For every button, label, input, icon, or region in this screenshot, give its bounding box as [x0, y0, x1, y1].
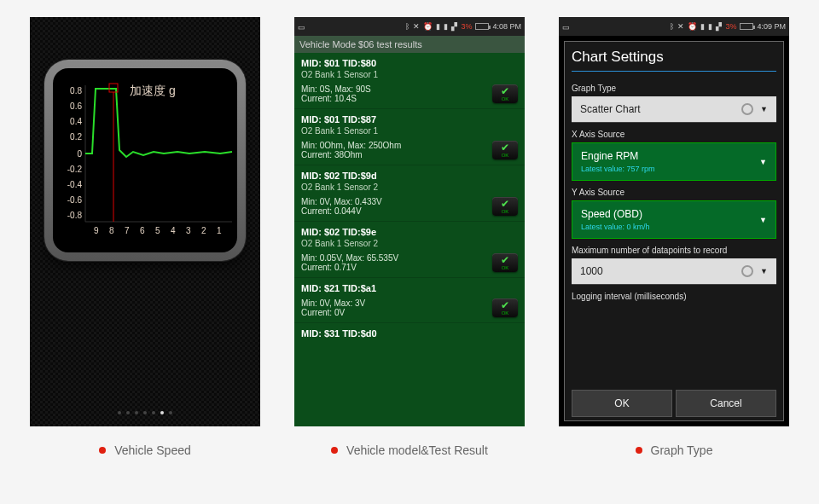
test-mid: MID: $01 TID:$87: [301, 114, 518, 125]
graph-type-value: Scatter Chart: [580, 103, 641, 115]
chart-line: [85, 89, 232, 157]
test-value-row: Min: 0Ohm, Max: 250Ohm Current: 38Ohm ✔O…: [294, 137, 525, 165]
test-sub: O2 Bank 1 Sensor 1: [301, 70, 518, 79]
check-icon: ✔: [501, 86, 509, 96]
test-current: Current: 38Ohm: [301, 150, 401, 159]
bullet-icon: [331, 447, 338, 454]
chevron-down-icon: ▼: [760, 105, 768, 113]
battery-icon: [740, 23, 753, 30]
test-value-row: Min: 0S, Max: 90S Current: 10.4S ✔OK: [294, 81, 525, 109]
bluetooth-icon: ᛒ: [670, 22, 674, 31]
radio-icon: [741, 103, 753, 115]
svg-text:3: 3: [186, 226, 191, 235]
list-title: Vehicle Mode $06 test results: [294, 36, 525, 53]
svg-text:-0.8: -0.8: [67, 211, 83, 220]
test-entry: MID: $21 TID:$a1: [294, 278, 525, 295]
cancel-button[interactable]: Cancel: [676, 390, 776, 417]
svg-text:8: 8: [109, 226, 114, 235]
x-axis-latest: Latest value: 757 rpm: [581, 165, 655, 173]
test-minmax: Min: 0Ohm, Max: 250Ohm: [301, 141, 401, 150]
graph-type-select[interactable]: Scatter Chart ▼: [572, 96, 776, 123]
svg-text:5: 5: [155, 226, 160, 235]
test-minmax: Min: 0.05V, Max: 65.535V: [301, 253, 398, 263]
test-current: Current: 10.4S: [301, 94, 371, 103]
svg-text:9: 9: [94, 226, 99, 235]
result-ok-button[interactable]: ✔OK: [492, 197, 518, 216]
y-axis-select[interactable]: Speed (OBD) Latest value: 0 km/h ▼: [572, 200, 776, 239]
test-mid: MID: $02 TID:$9e: [301, 227, 518, 237]
interval-label: Logging interval (milliseconds): [572, 292, 776, 301]
svg-text:0.8: 0.8: [70, 86, 82, 96]
svg-text:-0.6: -0.6: [67, 195, 83, 205]
chart-settings-dialog: Chart Settings Graph Type Scatter Chart …: [564, 41, 784, 421]
test-sub: O2 Bank 1 Sensor 1: [301, 126, 518, 136]
y-axis-ticks: 0.8 0.6 0.4 0.2 0 -0.2 -0.4 -0.6 -0.8: [67, 86, 83, 220]
x-axis-select[interactable]: Engine RPM Latest value: 757 rpm ▼: [572, 142, 776, 181]
test-value-row: Min: 0V, Max: 0.433V Current: 0.044V ✔OK: [294, 194, 525, 222]
result-ok-button[interactable]: ✔OK: [492, 141, 518, 159]
max-points-value: 1000: [580, 265, 603, 277]
battery-icon: [475, 23, 489, 30]
signal-icon: ▮: [436, 22, 440, 31]
test-entry: MID: $02 TID:$9d O2 Bank 1 Sensor 2: [294, 165, 525, 194]
chevron-down-icon: ▼: [760, 267, 768, 275]
caption-3: Graph Type: [559, 443, 789, 457]
chart-frame: 加速度 g 0.8 0.6 0.4 0.2 0 -0.2 -0.4: [44, 60, 246, 261]
dialog-title: Chart Settings: [572, 49, 776, 72]
svg-text:7: 7: [125, 226, 130, 235]
sim-icon: ▭: [562, 23, 569, 30]
signal-icon: ▮: [708, 22, 712, 31]
test-entry: MID: $01 TID:$80 O2 Bank 1 Sensor 1: [294, 53, 525, 81]
test-sub: O2 Bank 1 Sensor 2: [301, 182, 518, 192]
signal-bars-icon: ▞: [716, 22, 722, 31]
max-points-select[interactable]: 1000 ▼: [572, 258, 776, 285]
test-mid: MID: $02 TID:$9d: [301, 171, 518, 181]
battery-pct: 3%: [725, 22, 736, 31]
phone-test-results: ▭ ᛒ ✕ ⏰ ▮ ▮ ▞ 3% 4:08 PM Vehicle Mode $0…: [294, 17, 525, 426]
phone-vehicle-speed: 加速度 g 0.8 0.6 0.4 0.2 0 -0.2 -0.4: [30, 17, 260, 426]
result-ok-button[interactable]: ✔OK: [492, 84, 518, 103]
test-value-row: Min: 0V, Max: 3V Current: 0V ✔OK: [294, 295, 525, 323]
caption-1: Vehicle Speed: [30, 443, 260, 457]
test-minmax: Min: 0V, Max: 3V: [301, 298, 365, 308]
test-entry: MID: $02 TID:$9e O2 Bank 1 Sensor 2: [294, 222, 525, 250]
test-value-row: Min: 0.05V, Max: 65.535V Current: 0.71V …: [294, 250, 525, 278]
radio-icon: [741, 265, 753, 277]
bullet-icon: [99, 447, 106, 454]
line-chart: 加速度 g 0.8 0.6 0.4 0.2 0 -0.2 -0.4: [53, 68, 237, 252]
signal-bars-icon: ▞: [451, 22, 457, 31]
max-points-label: Maximum number of datapoints to record: [572, 246, 776, 255]
x-axis-ticks: 9 8 7 6 5 4 3 2 1: [94, 226, 222, 235]
ok-button[interactable]: OK: [572, 390, 672, 417]
check-icon: ✔: [501, 142, 509, 153]
bullet-icon: [636, 447, 642, 454]
test-current: Current: 0.044V: [301, 206, 382, 216]
signal-icon: ▮: [700, 22, 705, 31]
check-icon: ✔: [501, 255, 509, 265]
chevron-down-icon: ▼: [759, 158, 767, 166]
test-current: Current: 0V: [301, 308, 365, 317]
check-icon: ✔: [501, 300, 509, 310]
check-icon: ✔: [501, 199, 509, 209]
signal-icon: ▮: [444, 22, 448, 31]
alarm-icon: ⏰: [423, 22, 433, 31]
test-mid: MID: $21 TID:$a1: [301, 283, 518, 293]
test-results-list[interactable]: MID: $01 TID:$80 O2 Bank 1 Sensor 1 Min:…: [294, 53, 525, 426]
result-ok-button[interactable]: ✔OK: [492, 253, 518, 272]
clock: 4:09 PM: [757, 22, 786, 31]
test-minmax: Min: 0S, Max: 90S: [301, 84, 371, 94]
graph-type-label: Graph Type: [572, 84, 776, 93]
chart-title: 加速度 g: [130, 84, 176, 99]
result-ok-button[interactable]: ✔OK: [492, 298, 518, 317]
y-axis-latest: Latest value: 0 km/h: [581, 223, 650, 231]
y-axis-label: Y Axis Source: [572, 188, 776, 197]
chevron-down-icon: ▼: [759, 216, 767, 224]
test-current: Current: 0.71V: [301, 263, 398, 272]
svg-text:0.6: 0.6: [70, 101, 82, 111]
test-entry: MID: $01 TID:$87 O2 Bank 1 Sensor 1: [294, 109, 525, 137]
statusbar: ▭ ᛒ ✕ ⏰ ▮ ▮ ▞ 3% 4:09 PM: [559, 17, 789, 36]
alarm-icon: ⏰: [688, 22, 697, 31]
page-indicator: [30, 411, 260, 414]
phone-chart-settings: ▭ ᛒ ✕ ⏰ ▮ ▮ ▞ 3% 4:09 PM Chart Settings …: [559, 17, 789, 426]
mute-icon: ✕: [413, 22, 420, 31]
